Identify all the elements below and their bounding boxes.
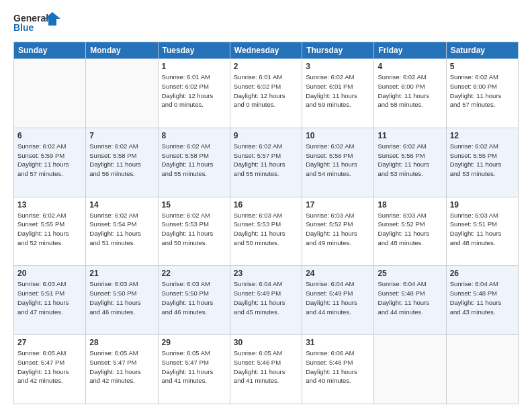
day-number: 31 (306, 338, 370, 347)
day-number: 9 (234, 131, 298, 140)
day-info: Sunrise: 6:03 AM Sunset: 5:50 PM Dayligh… (162, 279, 226, 316)
day-info: Sunrise: 6:03 AM Sunset: 5:51 PM Dayligh… (17, 279, 82, 316)
day-number: 11 (378, 131, 442, 140)
day-info: Sunrise: 6:06 AM Sunset: 5:46 PM Dayligh… (306, 349, 370, 385)
calendar-cell: 9Sunrise: 6:02 AM Sunset: 5:57 PM Daylig… (230, 128, 302, 197)
col-header-saturday: Saturday (446, 42, 518, 59)
day-info: Sunrise: 6:03 AM Sunset: 5:51 PM Dayligh… (450, 211, 515, 248)
day-info: Sunrise: 6:02 AM Sunset: 5:56 PM Dayligh… (378, 142, 442, 179)
day-number: 3 (306, 62, 370, 71)
calendar-cell: 11Sunrise: 6:02 AM Sunset: 5:56 PM Dayli… (374, 128, 446, 197)
day-number: 20 (17, 269, 82, 278)
day-number: 23 (234, 269, 298, 278)
calendar-cell: 18Sunrise: 6:03 AM Sunset: 5:52 PM Dayli… (374, 197, 446, 266)
day-number: 4 (378, 62, 442, 71)
calendar-cell: 6Sunrise: 6:02 AM Sunset: 5:59 PM Daylig… (14, 128, 86, 197)
day-info: Sunrise: 6:05 AM Sunset: 5:47 PM Dayligh… (162, 349, 226, 385)
calendar-cell (86, 59, 158, 128)
week-row-5: 27Sunrise: 6:05 AM Sunset: 5:47 PM Dayli… (14, 335, 519, 404)
day-number: 22 (162, 269, 226, 278)
day-number: 24 (306, 269, 370, 278)
day-info: Sunrise: 6:01 AM Sunset: 6:02 PM Dayligh… (162, 73, 226, 109)
calendar-cell: 25Sunrise: 6:04 AM Sunset: 5:48 PM Dayli… (374, 266, 446, 335)
calendar-cell: 27Sunrise: 6:05 AM Sunset: 5:47 PM Dayli… (14, 335, 86, 404)
calendar-cell: 23Sunrise: 6:04 AM Sunset: 5:49 PM Dayli… (230, 266, 302, 335)
calendar-cell (446, 335, 518, 404)
day-number: 28 (89, 338, 154, 347)
day-number: 14 (89, 200, 154, 210)
day-info: Sunrise: 6:05 AM Sunset: 5:47 PM Dayligh… (17, 349, 82, 385)
calendar-cell: 24Sunrise: 6:04 AM Sunset: 5:49 PM Dayli… (302, 266, 374, 335)
day-number: 25 (378, 269, 442, 278)
calendar-cell: 22Sunrise: 6:03 AM Sunset: 5:50 PM Dayli… (158, 266, 230, 335)
col-header-friday: Friday (374, 42, 446, 59)
day-info: Sunrise: 6:04 AM Sunset: 5:48 PM Dayligh… (450, 279, 515, 316)
day-info: Sunrise: 6:02 AM Sunset: 5:56 PM Dayligh… (306, 142, 370, 179)
day-number: 6 (17, 131, 82, 140)
calendar-cell (374, 335, 446, 404)
day-info: Sunrise: 6:02 AM Sunset: 5:55 PM Dayligh… (17, 211, 82, 248)
calendar-cell: 26Sunrise: 6:04 AM Sunset: 5:48 PM Dayli… (446, 266, 518, 335)
calendar-cell: 20Sunrise: 6:03 AM Sunset: 5:51 PM Dayli… (14, 266, 86, 335)
col-header-monday: Monday (86, 42, 158, 59)
day-number: 26 (450, 269, 515, 278)
calendar-cell: 21Sunrise: 6:03 AM Sunset: 5:50 PM Dayli… (86, 266, 158, 335)
day-info: Sunrise: 6:04 AM Sunset: 5:49 PM Dayligh… (234, 279, 298, 316)
day-info: Sunrise: 6:03 AM Sunset: 5:53 PM Dayligh… (234, 211, 298, 248)
calendar-cell: 28Sunrise: 6:05 AM Sunset: 5:47 PM Dayli… (86, 335, 158, 404)
day-info: Sunrise: 6:02 AM Sunset: 6:00 PM Dayligh… (378, 73, 442, 109)
day-info: Sunrise: 6:05 AM Sunset: 5:47 PM Dayligh… (89, 349, 154, 385)
calendar-cell: 8Sunrise: 6:02 AM Sunset: 5:58 PM Daylig… (158, 128, 230, 197)
calendar-cell: 10Sunrise: 6:02 AM Sunset: 5:56 PM Dayli… (302, 128, 374, 197)
day-number: 13 (17, 200, 82, 210)
calendar-cell: 16Sunrise: 6:03 AM Sunset: 5:53 PM Dayli… (230, 197, 302, 266)
day-number: 19 (450, 200, 515, 210)
day-info: Sunrise: 6:03 AM Sunset: 5:52 PM Dayligh… (378, 211, 442, 248)
calendar-table: SundayMondayTuesdayWednesdayThursdayFrid… (13, 42, 519, 404)
day-number: 21 (89, 269, 154, 278)
day-info: Sunrise: 6:03 AM Sunset: 5:52 PM Dayligh… (306, 211, 370, 248)
calendar-cell: 30Sunrise: 6:05 AM Sunset: 5:46 PM Dayli… (230, 335, 302, 404)
calendar-header-row: SundayMondayTuesdayWednesdayThursdayFrid… (14, 42, 519, 59)
col-header-tuesday: Tuesday (158, 42, 230, 59)
calendar-cell: 29Sunrise: 6:05 AM Sunset: 5:47 PM Dayli… (158, 335, 230, 404)
day-number: 15 (162, 200, 226, 210)
logo: General Blue (13, 11, 60, 35)
calendar-cell: 13Sunrise: 6:02 AM Sunset: 5:55 PM Dayli… (14, 197, 86, 266)
svg-text:Blue: Blue (13, 22, 34, 33)
day-number: 2 (234, 62, 298, 71)
calendar-cell: 31Sunrise: 6:06 AM Sunset: 5:46 PM Dayli… (302, 335, 374, 404)
day-info: Sunrise: 6:02 AM Sunset: 5:58 PM Dayligh… (89, 142, 154, 179)
col-header-wednesday: Wednesday (230, 42, 302, 59)
calendar-cell: 1Sunrise: 6:01 AM Sunset: 6:02 PM Daylig… (158, 59, 230, 128)
day-info: Sunrise: 6:03 AM Sunset: 5:50 PM Dayligh… (89, 279, 154, 316)
day-info: Sunrise: 6:04 AM Sunset: 5:48 PM Dayligh… (378, 279, 442, 316)
calendar-cell: 14Sunrise: 6:02 AM Sunset: 5:54 PM Dayli… (86, 197, 158, 266)
calendar-cell: 2Sunrise: 6:01 AM Sunset: 6:02 PM Daylig… (230, 59, 302, 128)
calendar-cell: 3Sunrise: 6:02 AM Sunset: 6:01 PM Daylig… (302, 59, 374, 128)
day-number: 30 (234, 338, 298, 347)
day-info: Sunrise: 6:01 AM Sunset: 6:02 PM Dayligh… (234, 73, 298, 109)
day-info: Sunrise: 6:02 AM Sunset: 5:57 PM Dayligh… (234, 142, 298, 179)
calendar-cell: 17Sunrise: 6:03 AM Sunset: 5:52 PM Dayli… (302, 197, 374, 266)
day-info: Sunrise: 6:02 AM Sunset: 5:59 PM Dayligh… (17, 142, 82, 179)
day-info: Sunrise: 6:02 AM Sunset: 5:53 PM Dayligh… (162, 211, 226, 248)
day-number: 10 (306, 131, 370, 140)
week-row-3: 13Sunrise: 6:02 AM Sunset: 5:55 PM Dayli… (14, 197, 519, 266)
week-row-4: 20Sunrise: 6:03 AM Sunset: 5:51 PM Dayli… (14, 266, 519, 335)
day-number: 16 (234, 200, 298, 210)
day-number: 1 (162, 62, 226, 71)
day-number: 8 (162, 131, 226, 140)
day-number: 18 (378, 200, 442, 210)
day-number: 27 (17, 338, 82, 347)
day-info: Sunrise: 6:02 AM Sunset: 6:01 PM Dayligh… (306, 73, 370, 109)
day-number: 12 (450, 131, 515, 140)
day-number: 5 (450, 62, 515, 71)
header: General Blue (13, 11, 519, 35)
week-row-2: 6Sunrise: 6:02 AM Sunset: 5:59 PM Daylig… (14, 128, 519, 197)
day-info: Sunrise: 6:02 AM Sunset: 5:55 PM Dayligh… (450, 142, 515, 179)
calendar-cell: 15Sunrise: 6:02 AM Sunset: 5:53 PM Dayli… (158, 197, 230, 266)
calendar-cell (14, 59, 86, 128)
calendar-cell: 7Sunrise: 6:02 AM Sunset: 5:58 PM Daylig… (86, 128, 158, 197)
calendar-cell: 5Sunrise: 6:02 AM Sunset: 6:00 PM Daylig… (446, 59, 518, 128)
